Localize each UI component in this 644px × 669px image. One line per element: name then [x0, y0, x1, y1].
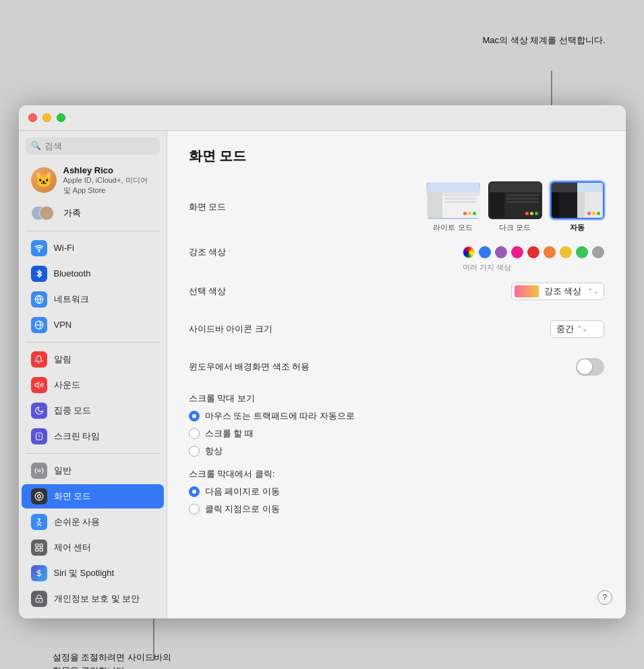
sidebar-item-siri-label: Siri 및 Spotlight: [54, 567, 115, 579]
focus-icon: [31, 403, 47, 419]
selection-color-control[interactable]: 강조 색상 ⌃⌄: [511, 283, 604, 300]
light-thumb-sidebar: [428, 192, 442, 218]
search-input[interactable]: [45, 141, 154, 151]
sidebar-item-focus[interactable]: 집중 모드: [22, 399, 164, 423]
minimize-button[interactable]: [42, 113, 51, 122]
family-avatar-2: [39, 206, 54, 221]
svg-point-12: [38, 469, 40, 472]
appearance-mode-label: 화면 모드: [189, 201, 283, 213]
sidebar-item-siri[interactable]: Siri 및 Spotlight: [22, 561, 164, 585]
dark-mode-thumb: [488, 181, 542, 219]
tooltip-bottom: 설정을 조절하려면 사이드바의 항목을 클릭합니다.: [53, 651, 171, 669]
avatar: 🐱: [31, 167, 57, 193]
accent-pink[interactable]: [511, 246, 523, 258]
sidebar-item-accessibility[interactable]: 손쉬운 사용: [22, 510, 164, 534]
sound-icon: [31, 377, 47, 393]
accent-red[interactable]: [527, 246, 539, 258]
sidebar-item-appearance-label: 화면 모드: [54, 490, 92, 502]
sidebar-item-general[interactable]: 일반: [22, 459, 164, 483]
appearance-option-dark[interactable]: 다크 모드: [488, 181, 542, 233]
scrollbar-click-group-label: 스크롤 막대에서 클릭:: [189, 468, 604, 480]
selection-color-swatch: [515, 285, 539, 297]
accent-gray[interactable]: [592, 246, 604, 258]
selection-color-value: 강조 색상: [544, 285, 582, 297]
accent-green[interactable]: [576, 246, 588, 258]
accent-orange[interactable]: [544, 246, 556, 258]
accent-purple[interactable]: [495, 246, 507, 258]
sidebar-item-screentime[interactable]: 스크린 타임: [22, 424, 164, 448]
user-info: Ashley Rico Apple ID, iCloud+, 미디어및 App …: [63, 165, 148, 196]
scrollbar-radio-group: 마우스 또는 트랙패드에 따라 자동으로 스크롤 할 때 항상: [189, 410, 604, 457]
wallpaper-tint-toggle[interactable]: [576, 358, 604, 376]
scrollbar-click-spot[interactable]: 클릭 지점으로 이동: [189, 503, 604, 515]
sidebar-item-bluetooth[interactable]: Bluetooth: [22, 262, 164, 286]
content-area: 🔍 🐱 Ashley Rico Apple ID, iCloud+, 미디어및 …: [19, 131, 626, 618]
sidebar-item-sound-label: 사운드: [54, 379, 80, 391]
privacy-icon: [31, 591, 47, 607]
sidebar-icon-size-dropdown[interactable]: 중간 ⌃⌄: [550, 320, 604, 338]
sidebar-item-vpn-label: VPN: [54, 320, 72, 330]
scrollbar-nextpage-label: 다음 페이지로 이동: [205, 486, 280, 498]
sidebar-item-network[interactable]: 네트워크: [22, 287, 164, 312]
search-icon: 🔍: [31, 141, 41, 150]
sidebar-item-controlcenter[interactable]: 제어 센터: [22, 535, 164, 560]
light-mode-thumb: [426, 181, 480, 219]
scrollbar-option-scrolling[interactable]: 스크롤 할 때: [189, 428, 604, 440]
toggle-knob: [577, 359, 592, 374]
search-bar[interactable]: 🔍: [26, 138, 160, 154]
help-label: ?: [602, 592, 607, 602]
scrollbar-click-radio-group: 다음 페이지로 이동 클릭 지점으로 이동: [189, 486, 604, 515]
svg-point-3: [38, 251, 39, 252]
auto-sidebar-dark: [552, 192, 559, 218]
wallpaper-tint-row: 윈도우에서 배경화면 색조 허용: [189, 355, 604, 379]
appearance-options: 라이트 모드: [426, 181, 604, 233]
auto-sidebar-light: [577, 192, 585, 218]
notifications-icon: [31, 351, 47, 368]
light-mode-label: 라이트 모드: [433, 223, 472, 233]
appearance-option-auto[interactable]: 자동: [550, 181, 604, 233]
accent-yellow[interactable]: [560, 246, 572, 258]
appearance-option-light[interactable]: 라이트 모드: [426, 181, 480, 233]
scrollbar-section: 스크롤 막대 보기 마우스 또는 트랙패드에 따라 자동으로 스크롤 할 때: [189, 392, 604, 457]
chevron-down-icon: ⌃⌄: [587, 287, 598, 295]
sidebar-item-focus-label: 집중 모드: [54, 405, 92, 417]
help-button[interactable]: ?: [597, 590, 612, 605]
user-sub: Apple ID, iCloud+, 미디어및 App Store: [63, 175, 148, 196]
tooltip-top: Mac의 색상 체계를 선택합니다.: [482, 34, 605, 47]
accent-blue[interactable]: [479, 246, 491, 258]
sidebar-icon-size-row: 사이드바 아이콘 크기 중간 ⌃⌄: [189, 317, 604, 341]
scrollbar-auto-label: 마우스 또는 트랙패드에 따라 자동으로: [205, 410, 355, 422]
svg-rect-21: [40, 548, 42, 551]
sidebar-item-notifications[interactable]: 알림: [22, 347, 164, 372]
accent-sublabel: 여러 가지 색상: [463, 262, 511, 272]
divider-2: [26, 342, 160, 343]
maximize-button[interactable]: [57, 113, 65, 122]
auto-thumb-topbar-right: [577, 183, 603, 192]
svg-marker-8: [35, 382, 38, 387]
sidebar-item-privacy[interactable]: 개인정보 보호 및 보안: [22, 587, 164, 611]
radio-circle-scrolling: [189, 428, 200, 439]
sidebar-item-vpn[interactable]: VPN: [22, 313, 164, 337]
sidebar-item-sound[interactable]: 사운드: [22, 373, 164, 397]
scrollbar-click-section: 스크롤 막대에서 클릭: 다음 페이지로 이동 클릭 지점으로 이동: [189, 468, 604, 515]
accent-multicolor[interactable]: [463, 246, 475, 258]
sidebar-item-notifications-label: 알림: [54, 353, 71, 366]
panel-title: 화면 모드: [189, 147, 604, 165]
sidebar-item-appearance[interactable]: 화면 모드: [22, 484, 164, 508]
scrollbar-click-nextpage[interactable]: 다음 페이지로 이동: [189, 486, 604, 498]
sidebar-item-screentime-label: 스크린 타임: [54, 430, 100, 442]
wallpaper-tint-label: 윈도우에서 배경화면 색조 허용: [189, 361, 310, 373]
close-button[interactable]: [28, 113, 37, 122]
user-profile[interactable]: 🐱 Ashley Rico Apple ID, iCloud+, 미디어및 Ap…: [22, 161, 164, 200]
radio-circle-clickspot: [189, 504, 200, 515]
scrollbar-option-always[interactable]: 항상: [189, 445, 604, 457]
sidebar-item-accessibility-label: 손쉬운 사용: [54, 516, 100, 528]
sidebar-item-family[interactable]: 가족: [22, 200, 164, 227]
radio-circle-always: [189, 446, 200, 457]
tooltip-bottom-line2: 항목을 클릭합니다.: [53, 666, 127, 670]
scrollbar-option-auto[interactable]: 마우스 또는 트랙패드에 따라 자동으로: [189, 410, 604, 422]
sidebar-item-wifi[interactable]: Wi-Fi: [22, 236, 164, 260]
dropdown-chevron-icon: ⌃⌄: [577, 325, 587, 332]
svg-point-13: [37, 494, 40, 498]
light-thumb-topbar: [428, 183, 479, 192]
